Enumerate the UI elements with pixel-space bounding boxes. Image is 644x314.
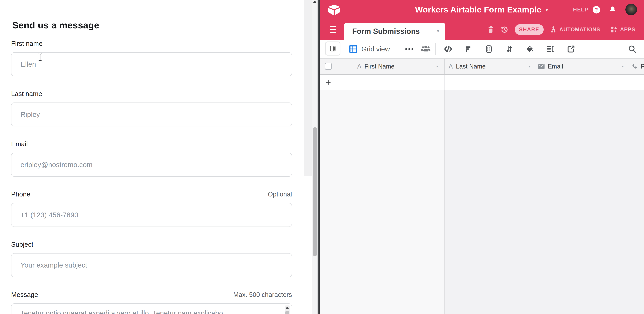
column-header-phone[interactable]: Phone xyxy=(631,59,644,74)
column-divider xyxy=(629,75,629,90)
phone-label: Phone xyxy=(11,190,30,198)
text-cursor-pointer-icon xyxy=(38,53,42,61)
contact-form-window: Send us a message First name Last name E… xyxy=(0,0,318,314)
share-view-button[interactable] xyxy=(566,44,576,54)
sort-button[interactable] xyxy=(504,44,514,54)
screen: Send us a message First name Last name E… xyxy=(0,0,644,314)
apps-label: APPS xyxy=(620,27,635,33)
trash-button[interactable] xyxy=(486,25,496,34)
chevron-down-icon[interactable]: ▼ xyxy=(436,59,439,74)
hide-fields-icon xyxy=(444,45,452,54)
column-divider xyxy=(444,90,445,314)
chevron-down-icon: ▼ xyxy=(436,29,440,34)
subject-field: Subject xyxy=(11,241,292,280)
view-toolbar: Grid view xyxy=(320,40,644,59)
text-field-type-icon: A xyxy=(448,63,453,70)
color-button[interactable] xyxy=(525,44,534,54)
window-divider xyxy=(318,0,320,314)
hide-fields-button[interactable] xyxy=(443,44,453,54)
table-tabs-bar: Form Submissions ▼ SHARE xyxy=(320,19,644,40)
column-header-last-name[interactable]: A Last Name xyxy=(448,59,486,74)
toggle-sidebar-icon xyxy=(329,45,336,52)
message-placeholder-text: Tenetur optio quaerat expedita vero et i… xyxy=(20,309,223,314)
airtable-topbar: Workers Airtable Form Example ▼ HELP ? xyxy=(320,0,644,19)
more-options-icon[interactable] xyxy=(405,40,413,58)
apps-icon xyxy=(610,26,618,33)
form-scroll-up-arrow-icon[interactable] xyxy=(313,1,317,3)
toolbar-divider xyxy=(435,43,436,55)
last-name-field: Last name xyxy=(11,90,292,129)
grid-body xyxy=(320,90,644,314)
message-field: Message Max. 500 characters xyxy=(11,291,292,299)
message-maxchars-hint: Max. 500 characters xyxy=(233,291,292,298)
first-name-label: First name xyxy=(11,40,42,47)
view-name-button[interactable]: Grid view xyxy=(362,40,390,58)
group-button[interactable] xyxy=(484,44,494,54)
column-header-email[interactable]: Email xyxy=(538,59,563,74)
base-title: Workers Airtable Form Example xyxy=(415,5,542,14)
page-right-gutter xyxy=(304,0,312,176)
add-record-row[interactable]: + xyxy=(320,75,644,90)
share-view-icon xyxy=(567,45,575,53)
filter-button[interactable] xyxy=(464,44,473,54)
first-name-field: First name xyxy=(11,40,292,79)
airtable-window: Workers Airtable Form Example ▼ HELP ? F… xyxy=(320,0,644,314)
email-field-type-icon xyxy=(538,64,545,69)
sort-icon xyxy=(505,45,514,53)
chevron-down-icon[interactable]: ▼ xyxy=(528,59,531,74)
add-record-plus[interactable]: + xyxy=(326,75,331,90)
row-height-button[interactable] xyxy=(546,44,555,54)
automations-label: AUTOMATIONS xyxy=(559,27,600,33)
column-divider[interactable] xyxy=(536,59,536,74)
column-divider xyxy=(444,75,445,90)
search-button[interactable] xyxy=(628,44,637,54)
menu-hamburger-icon[interactable] xyxy=(330,26,336,35)
grid-body-primary-column-area xyxy=(320,90,444,314)
email-input[interactable] xyxy=(11,153,292,177)
share-button[interactable]: SHARE xyxy=(515,24,544,35)
subject-input[interactable] xyxy=(11,253,292,277)
text-field-type-icon: A xyxy=(357,63,362,70)
message-scrollbar-thumb[interactable] xyxy=(285,310,289,314)
row-height-icon xyxy=(546,45,554,53)
automations-icon xyxy=(550,26,557,33)
last-name-input[interactable] xyxy=(11,103,292,126)
form-scrollbar-thumb[interactable] xyxy=(313,127,317,256)
column-divider[interactable] xyxy=(629,59,629,74)
form-title: Send us a message xyxy=(12,20,99,31)
table-tab-label: Form Submissions xyxy=(352,27,420,36)
collaborators-icon[interactable] xyxy=(421,44,431,53)
first-name-input[interactable] xyxy=(11,52,292,76)
phone-field: Phone Optional xyxy=(11,190,292,230)
help-question-icon[interactable]: ? xyxy=(593,6,600,14)
automations-button[interactable]: AUTOMATIONS xyxy=(550,19,600,40)
filter-icon xyxy=(464,45,473,53)
chevron-down-icon: ▼ xyxy=(545,7,549,13)
subject-label: Subject xyxy=(11,241,33,248)
tab-form-submissions[interactable]: Form Submissions ▼ xyxy=(344,23,445,40)
column-header-first-name[interactable]: A First Name xyxy=(357,59,394,74)
email-label: Email xyxy=(11,140,28,148)
phone-input[interactable] xyxy=(11,203,292,227)
phone-field-type-icon xyxy=(631,63,638,70)
grid-header-row: A First Name ▼ A Last Name ▼ Email ▼ xyxy=(320,59,644,75)
user-avatar[interactable] xyxy=(626,4,637,15)
message-textarea[interactable]: Tenetur optio quaerat expedita vero et i… xyxy=(11,303,292,314)
message-scrollbar[interactable] xyxy=(285,305,290,314)
chevron-down-icon[interactable]: ▼ xyxy=(621,59,624,74)
apps-button[interactable]: APPS xyxy=(610,19,635,40)
scroll-up-arrow-icon[interactable] xyxy=(286,306,289,309)
phone-optional-hint: Optional xyxy=(268,191,292,198)
column-divider[interactable] xyxy=(444,59,445,74)
select-all-checkbox[interactable] xyxy=(325,63,332,70)
group-icon xyxy=(484,45,493,53)
message-label: Message xyxy=(11,291,38,298)
color-icon xyxy=(526,45,534,53)
notifications-bell-icon[interactable] xyxy=(609,6,616,14)
trash-icon xyxy=(487,25,495,34)
history-button[interactable] xyxy=(500,25,509,34)
search-icon xyxy=(628,45,637,54)
grid-view-icon[interactable] xyxy=(349,45,357,53)
toggle-sidebar-button[interactable] xyxy=(325,42,340,56)
help-button[interactable]: HELP xyxy=(573,0,588,19)
